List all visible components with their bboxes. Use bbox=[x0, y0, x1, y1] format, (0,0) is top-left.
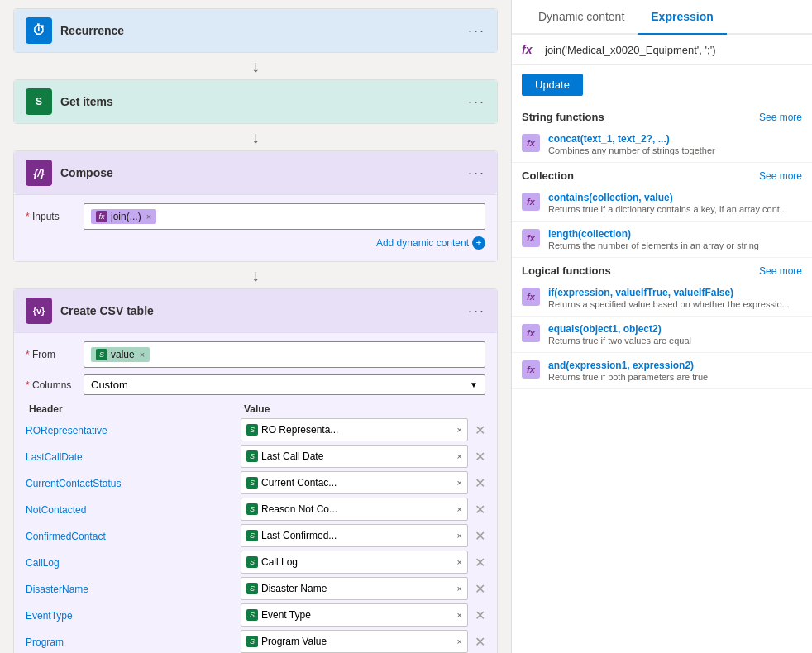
func-item-1-1[interactable]: fx length(collection) Returns the number… bbox=[512, 222, 812, 258]
columns-value: Custom bbox=[91, 379, 128, 391]
func-item-1-0[interactable]: fx contains(collection, value) Returns t… bbox=[512, 185, 812, 222]
header-text-4[interactable]: ConfirmedContact bbox=[26, 531, 106, 542]
header-text-6[interactable]: DisasterName bbox=[26, 584, 88, 595]
get-items-menu[interactable]: ··· bbox=[468, 93, 485, 111]
update-button[interactable]: Update bbox=[522, 74, 583, 96]
row-value-1[interactable]: S Last Call Date × bbox=[241, 445, 468, 468]
row-header-8: Program bbox=[26, 636, 234, 648]
func-desc-1-0: Returns true if a dictionary contains a … bbox=[548, 204, 802, 214]
row-delete-1[interactable]: ✕ bbox=[475, 449, 485, 465]
func-item-0-0[interactable]: fx concat(text_1, text_2?, ...) Combines… bbox=[512, 126, 812, 163]
func-desc-2-1: Returns true if two values are equal bbox=[548, 336, 802, 346]
row-delete-6[interactable]: ✕ bbox=[475, 581, 485, 597]
table-row: CurrentContactStatus S Current Contac...… bbox=[26, 471, 485, 494]
row-value-close-4[interactable]: × bbox=[457, 531, 462, 541]
see-more-logical-functions[interactable]: See more bbox=[759, 265, 802, 277]
header-text-0[interactable]: RORepresentative bbox=[26, 425, 107, 436]
tab-dynamic-content[interactable]: Dynamic content bbox=[525, 0, 638, 35]
header-text-8[interactable]: Program bbox=[26, 636, 64, 648]
row-header-5: CallLog bbox=[26, 556, 234, 569]
row-value-close-0[interactable]: × bbox=[457, 425, 462, 435]
header-text-3[interactable]: NotContacted bbox=[26, 504, 86, 516]
see-more-collection[interactable]: See more bbox=[759, 170, 802, 182]
row-value-6[interactable]: S Disaster Name × bbox=[241, 577, 468, 600]
func-text-2-2: and(expression1, expression2) Returns tr… bbox=[548, 360, 802, 382]
compose-icon: {/} bbox=[26, 160, 52, 186]
arrow-1: ↓ bbox=[13, 53, 498, 79]
row-delete-0[interactable]: ✕ bbox=[475, 422, 485, 438]
row-value-close-1[interactable]: × bbox=[457, 451, 462, 461]
func-desc-2-2: Returns true if both parameters are true bbox=[548, 372, 802, 382]
inputs-label: * Inputs bbox=[26, 211, 84, 222]
section-label-collection: Collection bbox=[522, 169, 574, 182]
func-item-2-0[interactable]: fx if(expression, valueIfTrue, valueIfFa… bbox=[512, 280, 812, 317]
csv-body: * From S value × * Columns Custom ▼ bbox=[14, 332, 497, 653]
row-sp-icon-3: S bbox=[246, 503, 258, 515]
from-field[interactable]: S value × bbox=[84, 341, 485, 368]
row-value-text-4: Last Confirmed... bbox=[261, 530, 454, 541]
row-delete-4[interactable]: ✕ bbox=[475, 528, 485, 544]
row-value-close-3[interactable]: × bbox=[457, 504, 462, 514]
row-delete-2[interactable]: ✕ bbox=[475, 475, 485, 491]
row-delete-5[interactable]: ✕ bbox=[475, 555, 485, 570]
row-value-close-7[interactable]: × bbox=[457, 610, 462, 620]
row-header-1: LastCallDate bbox=[26, 450, 234, 463]
recurrence-menu[interactable]: ··· bbox=[468, 22, 485, 40]
row-sp-icon-6: S bbox=[246, 583, 258, 594]
row-value-close-8[interactable]: × bbox=[457, 636, 462, 646]
row-delete-8[interactable]: ✕ bbox=[475, 634, 485, 650]
section-title-string-functions: String functions See more bbox=[512, 104, 812, 126]
header-text-2[interactable]: CurrentContactStatus bbox=[26, 478, 121, 489]
func-text-1-1: length(collection) Returns the number of… bbox=[548, 228, 802, 250]
row-value-close-5[interactable]: × bbox=[457, 557, 462, 567]
row-header-4: ConfirmedContact bbox=[26, 530, 234, 542]
func-desc-0-0: Combines any number of strings together bbox=[548, 145, 802, 155]
row-delete-3[interactable]: ✕ bbox=[475, 502, 485, 517]
func-item-2-2[interactable]: fx and(expression1, expression2) Returns… bbox=[512, 353, 812, 389]
section-title-collection: Collection See more bbox=[512, 163, 812, 185]
create-csv-header[interactable]: {v} Create CSV table ··· bbox=[14, 289, 497, 332]
header-text-1[interactable]: LastCallDate bbox=[26, 451, 83, 463]
add-dynamic-btn[interactable]: Add dynamic content + bbox=[26, 236, 485, 250]
row-value-3[interactable]: S Reason Not Co... × bbox=[241, 498, 468, 521]
header-text-7[interactable]: EventType bbox=[26, 610, 73, 622]
row-value-4[interactable]: S Last Confirmed... × bbox=[241, 524, 468, 547]
token-close[interactable]: × bbox=[146, 212, 151, 222]
row-value-close-2[interactable]: × bbox=[457, 478, 462, 488]
see-more-string-functions[interactable]: See more bbox=[759, 112, 802, 123]
chevron-down-icon: ▼ bbox=[470, 380, 478, 389]
row-value-close-6[interactable]: × bbox=[457, 584, 462, 593]
expression-input[interactable] bbox=[545, 44, 802, 56]
value-token-close[interactable]: × bbox=[140, 350, 145, 360]
header-text-5[interactable]: CallLog bbox=[26, 557, 60, 569]
func-name-2-2: and(expression1, expression2) bbox=[548, 360, 802, 371]
compose-menu[interactable]: ··· bbox=[468, 164, 485, 182]
row-delete-7[interactable]: ✕ bbox=[475, 608, 485, 623]
row-value-0[interactable]: S RO Representa... × bbox=[241, 418, 468, 441]
row-sp-icon-7: S bbox=[246, 609, 258, 621]
get-items-header[interactable]: S Get items ··· bbox=[14, 80, 497, 123]
create-csv-menu[interactable]: ··· bbox=[468, 303, 485, 320]
create-csv-card: {v} Create CSV table ··· * From S value … bbox=[13, 288, 498, 653]
section-title-logical-functions: Logical functions See more bbox=[512, 258, 812, 280]
tab-expression[interactable]: Expression bbox=[638, 0, 726, 35]
row-sp-icon-0: S bbox=[246, 424, 258, 436]
func-desc-1-1: Returns the number of elements in an arr… bbox=[548, 241, 802, 250]
recurrence-header[interactable]: ⏱ Recurrence ··· bbox=[14, 9, 497, 52]
create-csv-title: Create CSV table bbox=[60, 304, 468, 317]
func-text-0-0: concat(text_1, text_2?, ...) Combines an… bbox=[548, 133, 802, 155]
row-value-text-1: Last Call Date bbox=[261, 450, 454, 462]
row-sp-icon-2: S bbox=[246, 477, 258, 489]
row-value-2[interactable]: S Current Contac... × bbox=[241, 471, 468, 494]
columns-row: * Columns Custom ▼ bbox=[26, 374, 485, 395]
value-token[interactable]: S value × bbox=[91, 347, 150, 362]
columns-select[interactable]: Custom ▼ bbox=[84, 374, 485, 395]
inputs-field[interactable]: fx join(...) × bbox=[84, 203, 485, 230]
join-token[interactable]: fx join(...) × bbox=[91, 209, 156, 224]
func-name-0-0: concat(text_1, text_2?, ...) bbox=[548, 133, 802, 145]
row-value-8[interactable]: S Program Value × bbox=[241, 630, 468, 653]
compose-header[interactable]: {/} Compose ··· bbox=[14, 151, 497, 194]
row-value-5[interactable]: S Call Log × bbox=[241, 551, 468, 574]
func-item-2-1[interactable]: fx equals(object1, object2) Returns true… bbox=[512, 317, 812, 353]
row-value-7[interactable]: S Event Type × bbox=[241, 603, 468, 627]
